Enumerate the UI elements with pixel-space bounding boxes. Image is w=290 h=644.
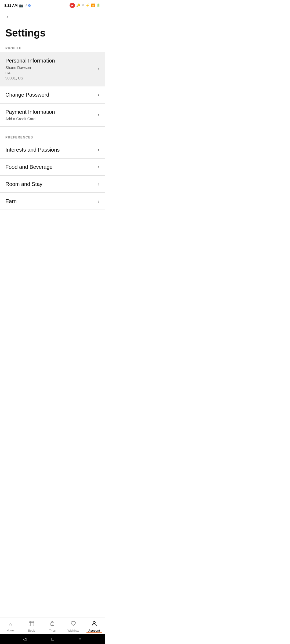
status-bar: 8:21 AM 📷 ⇄ G ▶ 🔑 ✳ ⚡ 📶 🔋 <box>0 0 105 10</box>
brightness-icon: ⚡ <box>86 3 90 7</box>
room-stay-title: Room and Stay <box>5 181 95 188</box>
status-time: 8:21 AM <box>4 3 17 8</box>
google-icon: G <box>28 3 31 8</box>
personal-information-chevron: › <box>98 66 99 72</box>
payment-information-content: Payment Information Add a Credit Card <box>5 108 95 122</box>
header: ← <box>0 10 105 23</box>
sim-icon: ⇄ <box>24 4 27 7</box>
earn-item[interactable]: Earn › <box>0 193 105 210</box>
back-arrow-icon: ← <box>5 13 11 20</box>
room-stay-item[interactable]: Room and Stay › <box>0 176 105 193</box>
preferences-section-label: PREFERENCES <box>0 133 105 141</box>
interests-passions-title: Interests and Passions <box>5 146 95 153</box>
earn-title: Earn <box>5 198 95 205</box>
interests-passions-chevron: › <box>98 147 99 153</box>
status-icons: 📷 ⇄ G <box>19 3 31 8</box>
food-beverage-title: Food and Beverage <box>5 163 95 170</box>
payment-information-title: Payment Information <box>5 108 95 115</box>
divider-7 <box>0 210 105 210</box>
earn-chevron: › <box>98 199 99 204</box>
food-beverage-item[interactable]: Food and Beverage › <box>0 159 105 175</box>
payment-information-subtitle: Add a Credit Card <box>5 116 95 122</box>
change-password-chevron: › <box>98 92 99 97</box>
page-title: Settings <box>0 23 105 44</box>
user-name: Shane Dawson <box>5 65 95 71</box>
earn-content: Earn <box>5 198 95 205</box>
personal-information-title: Personal Information <box>5 57 95 64</box>
section-gap-preferences <box>0 127 105 133</box>
user-zip: 90001, US <box>5 76 95 81</box>
change-password-content: Change Password <box>5 91 95 98</box>
personal-information-item[interactable]: Personal Information Shane Dawson CA 900… <box>0 52 105 86</box>
food-beverage-content: Food and Beverage <box>5 163 95 170</box>
bluetooth-icon: ✳ <box>82 3 84 7</box>
content-area: PROFILE Personal Information Shane Dawso… <box>0 44 105 242</box>
profile-section-label: PROFILE <box>0 44 105 52</box>
room-stay-chevron: › <box>98 181 99 187</box>
personal-information-subtitle: Shane Dawson CA 90001, US <box>5 65 95 81</box>
room-stay-content: Room and Stay <box>5 181 95 188</box>
payment-information-chevron: › <box>98 112 99 118</box>
food-beverage-chevron: › <box>98 164 99 170</box>
video-icon: 📷 <box>19 3 23 8</box>
change-password-item[interactable]: Change Password › <box>0 86 105 103</box>
status-right: ▶ 🔑 ✳ ⚡ 📶 🔋 <box>70 3 100 8</box>
back-button[interactable]: ← <box>5 12 11 21</box>
interests-passions-item[interactable]: Interests and Passions › <box>0 141 105 158</box>
personal-information-content: Personal Information Shane Dawson CA 900… <box>5 57 95 81</box>
interests-passions-content: Interests and Passions <box>5 146 95 153</box>
user-state: CA <box>5 71 95 76</box>
wifi-icon: 📶 <box>91 3 95 7</box>
change-password-title: Change Password <box>5 91 95 98</box>
record-indicator: ▶ <box>70 3 75 8</box>
battery-icon: 🔋 <box>96 3 100 7</box>
status-left: 8:21 AM 📷 ⇄ G <box>4 3 31 8</box>
payment-information-item[interactable]: Payment Information Add a Credit Card › <box>0 104 105 127</box>
key-icon: 🔑 <box>76 3 80 7</box>
